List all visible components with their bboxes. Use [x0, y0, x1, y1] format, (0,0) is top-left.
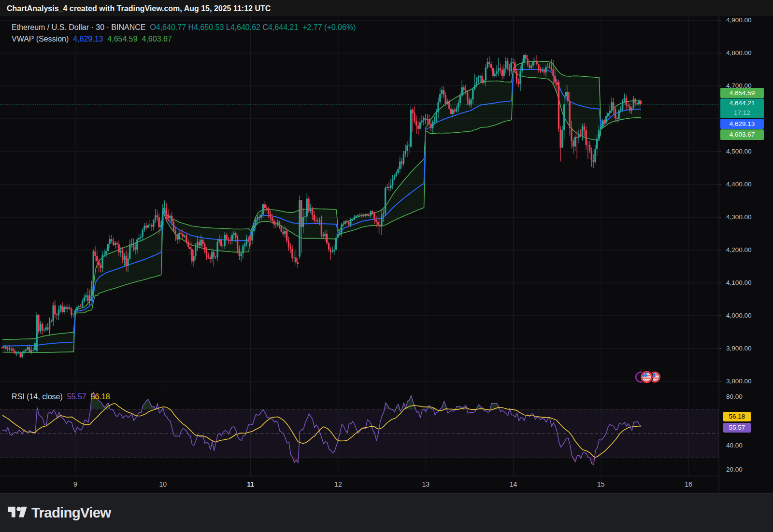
svg-text:TradingView: TradingView [31, 504, 111, 520]
